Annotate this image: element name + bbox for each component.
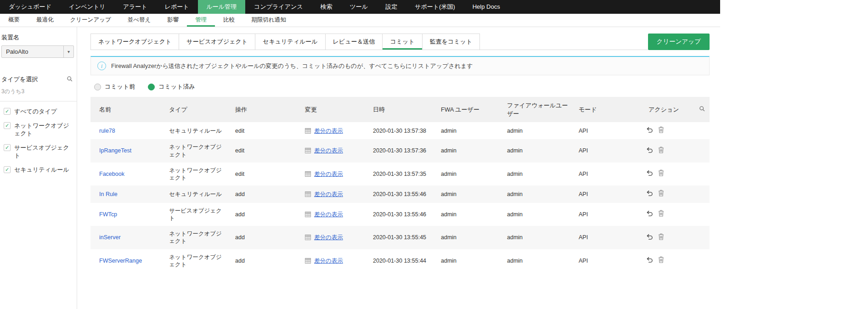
tab-item[interactable]: サービスオブジェクト (179, 34, 255, 50)
diff-grid-icon[interactable] (305, 211, 311, 218)
subnav-item[interactable]: 並べ替え (119, 14, 159, 27)
firewall-user-cell: admin (498, 249, 570, 273)
type-filter-item[interactable]: ✓ネットワークオブジェクト (1, 122, 74, 138)
topnav-item[interactable]: アラート (114, 0, 156, 14)
type-filter-item[interactable]: ✓すべてのタイプ (1, 107, 74, 116)
diff-grid-icon[interactable] (305, 191, 311, 197)
search-icon[interactable] (699, 106, 705, 114)
type-filter-item[interactable]: ✓セキュリティルール (1, 166, 74, 174)
undo-icon[interactable] (646, 234, 653, 242)
subnav-item[interactable]: クリーンアップ (62, 14, 119, 27)
checkbox-checked-icon[interactable]: ✓ (4, 122, 11, 129)
cleanup-button[interactable]: クリーンアップ (648, 34, 710, 50)
app-root: ダッシュボードインベントリアラートレポートルール管理コンプライアンス検索ツール設… (0, 0, 720, 309)
table-header-row: 名前タイプ操作変更日時FWA ユーザーファイアウォールユーザーモードアクション (90, 97, 710, 122)
show-diff-link[interactable]: 差分の表示 (314, 191, 343, 197)
commit-filter-radios: コミット前コミット済み (90, 83, 710, 91)
radio-option[interactable]: コミット済み (148, 83, 195, 91)
fwa-user-cell: admin (432, 122, 498, 139)
undo-icon[interactable] (646, 210, 653, 219)
fwa-user-cell: admin (432, 249, 498, 273)
topnav-item[interactable]: ツール (341, 0, 377, 14)
tab-bar: ネットワークオブジェクトサービスオブジェクトセキュリティルールレビュー＆送信コミ… (90, 34, 480, 50)
delete-icon[interactable] (658, 146, 664, 155)
tab-active[interactable]: コミット (383, 34, 422, 50)
diff-grid-icon[interactable] (305, 258, 311, 264)
delete-icon[interactable] (658, 190, 664, 198)
subnav-item[interactable]: 概要 (0, 14, 28, 27)
undo-icon[interactable] (646, 147, 653, 155)
topnav-item[interactable]: 設定 (377, 0, 406, 14)
topnav-item[interactable]: レポート (156, 0, 198, 14)
diff-grid-icon[interactable] (305, 147, 311, 154)
datetime-cell: 2020-01-30 13:57:38 (364, 122, 432, 139)
undo-icon[interactable] (646, 127, 653, 135)
tab-item[interactable]: セキュリティルール (255, 34, 325, 50)
topnav-item[interactable]: 検索 (312, 0, 341, 14)
mode-cell: API (570, 185, 640, 202)
radio-selected-icon[interactable] (148, 84, 155, 90)
type-filter-item[interactable]: ✓サービスオブジェクト (1, 144, 74, 160)
tabs-filler (480, 34, 648, 50)
object-name-link[interactable]: FWServerRange (99, 258, 142, 264)
object-name-link[interactable]: In Rule (99, 191, 118, 197)
radio-unselected-icon[interactable] (94, 84, 101, 90)
device-select[interactable]: PaloAlto ▾ (1, 45, 74, 58)
delete-icon[interactable] (658, 210, 664, 219)
delete-icon[interactable] (658, 256, 664, 265)
subnav-item[interactable]: 影響 (159, 14, 187, 27)
show-diff-link[interactable]: 差分の表示 (314, 211, 343, 218)
checkbox-checked-icon[interactable]: ✓ (4, 166, 11, 173)
tab-item[interactable]: ネットワークオブジェクト (91, 34, 179, 50)
checkbox-checked-icon[interactable]: ✓ (4, 108, 11, 115)
search-icon[interactable] (67, 76, 73, 83)
type-filter-list: ✓すべてのタイプ✓ネットワークオブジェクト✓サービスオブジェクト✓セキュリティル… (1, 107, 74, 174)
subnav-item[interactable]: 比較 (215, 14, 243, 27)
diff-grid-icon[interactable] (305, 234, 311, 241)
name-cell: IpRangeTest (90, 139, 160, 163)
object-name-link[interactable]: Facebook (99, 171, 124, 177)
show-diff-link[interactable]: 差分の表示 (314, 128, 343, 134)
datetime-cell: 2020-01-30 13:55:45 (364, 226, 432, 249)
delete-icon[interactable] (658, 169, 664, 178)
undo-icon[interactable] (646, 170, 653, 178)
diff-grid-icon[interactable] (305, 128, 311, 134)
tab-item[interactable]: レビュー＆送信 (326, 34, 383, 50)
topnav-item[interactable]: ルール管理 (198, 0, 246, 14)
undo-icon[interactable] (646, 190, 653, 198)
type-cell: セキュリティルール (160, 185, 226, 202)
topnav-item[interactable]: サポート(米国) (406, 0, 464, 14)
diff-grid-icon[interactable] (305, 171, 311, 177)
topnav-item[interactable]: コンプライアンス (245, 0, 311, 14)
checkbox-checked-icon[interactable]: ✓ (4, 144, 11, 151)
object-name-link[interactable]: rule78 (99, 128, 115, 134)
show-diff-link[interactable]: 差分の表示 (314, 171, 343, 177)
topnav-item[interactable]: Help Docs (464, 0, 509, 14)
delete-icon[interactable] (658, 126, 664, 135)
chevron-down-icon[interactable]: ▾ (63, 46, 73, 57)
object-name-link[interactable]: IpRangeTest (99, 147, 131, 154)
radio-option[interactable]: コミット前 (94, 83, 135, 91)
show-diff-link[interactable]: 差分の表示 (314, 258, 343, 264)
topnav-item[interactable]: ダッシュボード (0, 0, 60, 14)
actions-cell (640, 203, 690, 226)
show-diff-link[interactable]: 差分の表示 (314, 234, 343, 241)
show-diff-link[interactable]: 差分の表示 (314, 147, 343, 154)
delete-icon[interactable] (658, 233, 664, 242)
subnav-item[interactable]: 期限切れ通知 (243, 14, 294, 27)
spacer-cell (690, 203, 710, 226)
tab-item[interactable]: 監査をコミット (423, 34, 480, 50)
object-name-link[interactable]: inServer (99, 234, 121, 241)
object-name-link[interactable]: FWTcp (99, 211, 117, 218)
subnav-item[interactable]: 最適化 (28, 14, 62, 27)
change-cell: 差分の表示 (296, 226, 364, 249)
radio-label: コミット前 (105, 83, 135, 91)
fwa-user-cell: admin (432, 185, 498, 202)
undo-icon[interactable] (646, 257, 653, 265)
actions-cell (640, 122, 690, 139)
operation-cell: edit (226, 139, 296, 163)
firewall-user-cell: admin (498, 185, 570, 202)
change-cell: 差分の表示 (296, 163, 364, 186)
subnav-item[interactable]: 管理 (187, 14, 215, 27)
topnav-item[interactable]: インベントリ (60, 0, 114, 14)
